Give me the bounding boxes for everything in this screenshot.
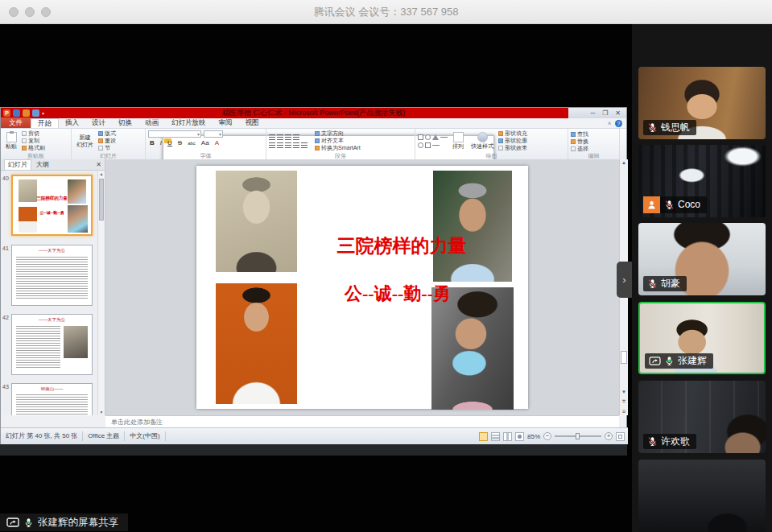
align-text-button[interactable]: 对齐文本 <box>315 138 361 144</box>
curve-shape-icon[interactable] <box>432 145 440 146</box>
tab-slideshow[interactable]: 幻灯片放映 <box>165 118 213 128</box>
qat-caret-icon[interactable]: ▾ <box>42 110 44 116</box>
reading-view-icon[interactable] <box>503 432 512 441</box>
save-icon[interactable] <box>13 109 20 117</box>
quick-styles-button[interactable]: 快速样式 <box>469 132 496 150</box>
shared-screen-area: P ▾ 精医厚德 仁心仁术 - Microsoft PowerPoint(产品激… <box>0 24 632 532</box>
participant-tile[interactable]: Coco <box>638 145 766 217</box>
arc-shape-icon[interactable] <box>418 142 423 148</box>
font-name-select[interactable]: ▾ <box>148 130 201 138</box>
participant-tile[interactable] <box>638 460 766 532</box>
previous-slide-icon[interactable]: ⇈ <box>620 398 628 404</box>
font-size-select[interactable]: ▾ <box>204 130 223 138</box>
next-slide-icon[interactable]: ⇊ <box>620 408 628 414</box>
ppt-minimize-icon[interactable]: ─ <box>590 109 595 117</box>
italic-button[interactable]: I <box>159 139 163 147</box>
triangle-shape-icon[interactable] <box>432 134 439 140</box>
align-center-icon[interactable] <box>277 142 283 148</box>
help-icon[interactable]: ? <box>615 120 622 127</box>
bold-button[interactable]: B <box>148 139 156 147</box>
bullets-icon[interactable] <box>269 134 275 140</box>
shape-outline-button[interactable]: 形状轮廓 <box>498 138 527 144</box>
slideshow-view-icon[interactable] <box>515 432 524 441</box>
cut-button[interactable]: 剪切 <box>22 130 45 137</box>
canvas-scroll-thumb[interactable] <box>621 351 627 364</box>
zoom-in-button[interactable]: + <box>605 432 613 440</box>
smartart-button[interactable]: 转换为SmartArt <box>315 145 361 151</box>
ellipse-shape-icon[interactable] <box>425 134 431 140</box>
numbering-icon[interactable] <box>277 134 283 140</box>
ppt-titlebar: P ▾ 精医厚德 仁心仁术 - Microsoft PowerPoint(产品激… <box>1 108 626 118</box>
format-painter-button[interactable]: 格式刷 <box>22 145 45 151</box>
participant-tile[interactable]: 胡豪 <box>638 223 766 295</box>
scroll-up-icon[interactable]: ▲ <box>98 171 105 176</box>
section-button[interactable]: 节 <box>98 145 116 151</box>
tab-home[interactable]: 开始 <box>31 118 59 128</box>
tab-view[interactable]: 视图 <box>239 118 266 128</box>
normal-view-icon[interactable] <box>479 432 488 441</box>
ppt-restore-icon[interactable]: ❐ <box>602 109 608 117</box>
ppt-close-icon[interactable]: ✕ <box>615 109 621 117</box>
tab-transitions[interactable]: 切换 <box>112 118 138 128</box>
reset-button[interactable]: 重设 <box>98 138 116 144</box>
collapse-sidebar-button[interactable]: › <box>617 262 632 298</box>
align-left-icon[interactable] <box>269 142 275 148</box>
panel-tab-slides[interactable]: 幻灯片 <box>4 159 31 170</box>
rectangle-shape-icon[interactable] <box>418 134 423 140</box>
participant-tile-active-speaker[interactable]: 张建辉 <box>638 302 766 374</box>
ribbon-collapse-icon[interactable]: ˄ <box>608 121 611 126</box>
quick-access-toolbar[interactable]: P ▾ <box>3 109 44 117</box>
arrange-button[interactable]: 排列 <box>450 132 466 150</box>
slide-sorter-view-icon[interactable] <box>491 432 500 441</box>
indent-decrease-icon[interactable] <box>285 134 291 140</box>
panel-tab-outline[interactable]: 大纲 <box>36 160 49 169</box>
callout-shape-icon[interactable] <box>425 142 431 148</box>
justify-icon[interactable] <box>293 142 299 148</box>
scroll-down-icon[interactable]: ▼ <box>98 410 105 414</box>
tab-design[interactable]: 设计 <box>85 118 112 128</box>
panel-scrollbar[interactable]: ▲ ▼ <box>97 171 105 415</box>
columns-icon[interactable] <box>301 142 308 148</box>
thumbnail-slide-41[interactable]: ——天下为公 <box>11 245 93 306</box>
fit-to-window-icon[interactable] <box>616 432 625 441</box>
paste-button[interactable]: 粘贴 <box>3 132 19 150</box>
shape-effects-button[interactable]: 形状效果 <box>498 145 527 151</box>
thumbnail-slide-42[interactable]: ——天下为公 <box>11 314 93 375</box>
panel-scroll-thumb[interactable] <box>99 179 104 221</box>
text-direction-button[interactable]: 文字方向 <box>315 130 361 137</box>
zoom-slider-thumb[interactable] <box>576 433 580 439</box>
scroll-down-icon[interactable]: ▼ <box>620 390 628 394</box>
scroll-up-icon[interactable]: ▲ <box>620 160 628 165</box>
shape-fill-button[interactable]: 形状填充 <box>498 130 527 137</box>
tab-file[interactable]: 文件 <box>1 118 31 128</box>
tab-animations[interactable]: 动画 <box>138 118 165 128</box>
tab-review[interactable]: 审阅 <box>213 118 239 128</box>
participant-tile[interactable]: 钱思帆 <box>638 67 766 139</box>
zoom-out-button[interactable]: − <box>543 432 551 440</box>
thumbnail-slide-40[interactable]: 三院榜样的力量 公--诚--勤--勇 <box>11 175 93 236</box>
strikethrough-button[interactable]: S <box>176 139 184 147</box>
replace-button[interactable]: 替换 <box>571 138 617 145</box>
layout-button[interactable]: 版式 <box>98 130 116 137</box>
line-shape-icon[interactable] <box>440 137 448 138</box>
thumbnail-slide-43[interactable]: 钟南山—— <box>11 383 93 415</box>
tab-insert[interactable]: 插入 <box>59 118 85 128</box>
participant-tile[interactable]: 许欢歌 <box>638 381 766 453</box>
zoom-slider[interactable] <box>555 435 601 437</box>
undo-icon[interactable] <box>23 109 30 117</box>
notes-pane[interactable]: 单击此处添加备注 <box>105 415 619 427</box>
slide[interactable]: 三院榜样的力量 公--诚--勤--勇 <box>196 166 528 409</box>
copy-button[interactable]: 复制 <box>22 138 45 144</box>
underline-button[interactable]: U <box>166 139 174 147</box>
theme-name: Office 主题 <box>83 431 125 441</box>
change-case-button[interactable]: Aa <box>200 139 211 147</box>
select-button[interactable]: 选择 <box>571 146 617 152</box>
clear-format-button[interactable]: abc <box>186 139 197 147</box>
align-right-icon[interactable] <box>285 142 291 148</box>
font-color-button[interactable]: A <box>213 139 221 147</box>
indent-increase-icon[interactable] <box>293 134 299 140</box>
panel-close-icon[interactable]: ✕ <box>96 161 101 168</box>
redo-icon[interactable] <box>32 109 39 117</box>
find-button[interactable]: 查找 <box>571 131 617 138</box>
new-slide-button[interactable]: 新建 幻灯片 <box>74 134 96 148</box>
